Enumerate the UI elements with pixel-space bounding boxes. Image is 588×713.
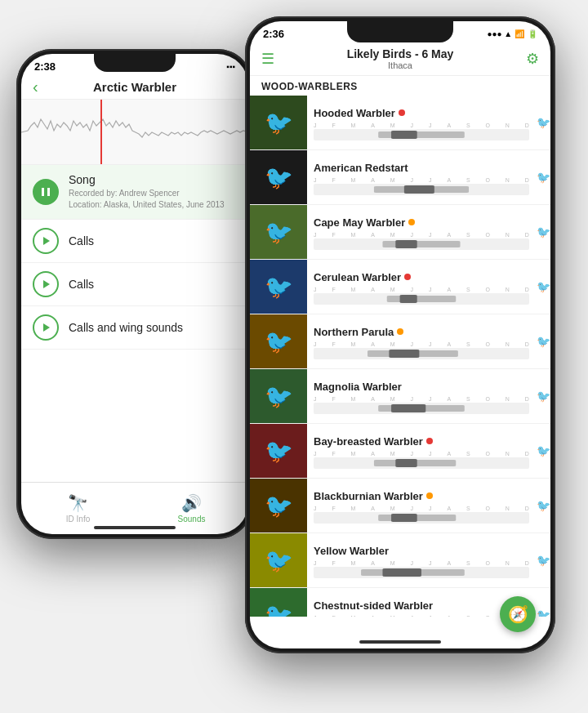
bird-row[interactable]: 🐦 American Redstart JFMAMJJASOND 🐦: [250, 150, 550, 205]
freq-bar-bg: [314, 403, 529, 414]
month-labels: JFMAMJJASOND: [314, 341, 529, 347]
phone-likely-birds: 2:36 ●●● ▲ 📶 🔋 ☰ Likely Birds - 6 May It…: [245, 16, 555, 653]
tab-id-info-label: ID Info: [66, 515, 90, 524]
svg-rect-14: [389, 350, 419, 358]
bird-row[interactable]: 🐦 Yellow Warbler JFMAMJJASOND 🐦: [250, 533, 550, 588]
scroll-indicator: 🐦: [536, 260, 550, 314]
bird-info: Cape May Warbler JFMAMJJASOND: [307, 205, 536, 259]
notch: [94, 54, 176, 72]
svg-rect-16: [391, 404, 425, 412]
freq-svg: [314, 567, 529, 578]
compass-fab[interactable]: 🧭: [500, 596, 536, 632]
frequency-bar: JFMAMJJASOND: [314, 615, 529, 617]
bird-row[interactable]: 🐦 Bay-breasted Warbler JFMAMJJASOND 🐦: [250, 424, 550, 479]
scene: 2:38 ▪▪▪ ‹ Arctic Warbler: [0, 0, 588, 713]
freq-svg: [314, 457, 529, 469]
bird-name-row: Blackburnian Warbler: [314, 490, 529, 502]
sound-item-calls2[interactable]: Calls: [21, 263, 248, 306]
tab-sounds[interactable]: 🔊 Sounds: [135, 493, 248, 524]
bird-image: 🐦: [250, 205, 307, 259]
freq-bar-bg: [314, 238, 529, 250]
scroll-indicator: 🐦: [536, 424, 550, 478]
freq-svg: [314, 348, 529, 359]
tab-id-info[interactable]: 🔭 ID Info: [21, 493, 135, 524]
status-dot: [408, 219, 415, 225]
scroll-indicator: 🐦: [536, 314, 550, 368]
month-labels: JFMAMJJASOND: [314, 123, 529, 128]
bird-scroll-icon: 🐦: [537, 444, 550, 457]
freq-svg: [314, 129, 529, 140]
month-labels: JFMAMJJASOND: [314, 287, 529, 292]
month-labels: JFMAMJJASOND: [314, 506, 529, 511]
frequency-bar: JFMAMJJASOND: [314, 451, 529, 469]
freq-bar-bg: [314, 129, 529, 140]
sound-item-calls-wing[interactable]: Calls and wing sounds: [21, 306, 248, 350]
bird-name-row: Chestnut-sided Warbler: [314, 599, 529, 612]
bird-scroll-icon: 🐦: [537, 335, 550, 348]
p2-header-center: Likely Birds - 6 May Ithaca: [274, 47, 526, 70]
bird-info: Bay-breasted Warbler JFMAMJJASOND: [307, 424, 536, 478]
sound-item-song[interactable]: Song Recorded by: Andrew Spencer Locatio…: [21, 165, 248, 220]
scroll-indicator: 🐦: [536, 150, 550, 204]
svg-rect-20: [391, 514, 417, 522]
frequency-bar: JFMAMJJASOND: [314, 506, 529, 524]
bird-thumbnail: 🐦: [250, 369, 307, 423]
back-button[interactable]: ‹: [33, 78, 38, 96]
binoculars-icon: 🔭: [68, 493, 88, 513]
play-button-calls-wing[interactable]: [33, 314, 59, 341]
sound-item-calls1[interactable]: Calls: [21, 220, 248, 263]
p2-header: ☰ Likely Birds - 6 May Ithaca ⚙: [250, 44, 550, 76]
status-icons-1: ▪▪▪: [226, 62, 235, 71]
p1-header: ‹ Arctic Warbler: [21, 77, 248, 100]
bird-thumbnail: 🐦: [250, 150, 307, 204]
svg-rect-11: [387, 296, 456, 302]
calls1-info: Calls: [69, 234, 237, 247]
bird-row[interactable]: 🐦 Blackburnian Warbler JFMAMJJASOND 🐦: [250, 479, 550, 533]
bird-list[interactable]: 🐦 Hooded Warbler JFMAMJJASOND 🐦 🐦: [250, 96, 550, 617]
bird-scroll-icon: 🐦: [537, 171, 550, 184]
calls2-label: Calls: [69, 278, 237, 291]
play-button-calls1[interactable]: [33, 228, 59, 254]
bird-scroll-icon: 🐦: [537, 554, 550, 567]
freq-bar-bg: [314, 293, 529, 305]
bird-image: 🐦: [250, 260, 307, 314]
bird-scroll-icon: 🐦: [537, 608, 550, 617]
bird-name-row: American Redstart: [314, 162, 529, 174]
bird-image: 🐦: [250, 96, 307, 149]
bird-image: 🐦: [250, 588, 307, 617]
bird-row[interactable]: 🐦 Cape May Warbler JFMAMJJASOND 🐦: [250, 205, 550, 260]
freq-svg: [314, 293, 529, 305]
play-button-calls2[interactable]: [33, 271, 59, 297]
p1-title: Arctic Warbler: [93, 80, 176, 94]
bird-row[interactable]: 🐦 Cerulean Warbler JFMAMJJASOND 🐦: [250, 260, 550, 314]
status-dot: [404, 274, 411, 280]
frequency-bar: JFMAMJJASOND: [314, 287, 529, 305]
notch-2: [347, 21, 453, 42]
bird-name: American Redstart: [314, 162, 408, 174]
bird-row[interactable]: 🐦 Magnolia Warbler JFMAMJJASOND 🐦: [250, 369, 550, 424]
wifi-icon: ●●● ▲ 📶: [487, 29, 524, 38]
bird-row[interactable]: 🐦 Northern Parula JFMAMJJASOND 🐦: [250, 314, 550, 369]
calls2-info: Calls: [69, 278, 237, 291]
speaker-icon: 🔊: [181, 493, 202, 513]
scroll-indicator: 🐦: [536, 205, 550, 259]
waveform-area[interactable]: [21, 100, 248, 165]
song-label: Song: [69, 173, 237, 186]
bird-row[interactable]: 🐦 Hooded Warbler JFMAMJJASOND 🐦: [250, 96, 550, 150]
section-header: WOOD-WARBLERS: [250, 76, 550, 96]
bird-name: Cerulean Warbler: [314, 271, 401, 283]
freq-bar-bg: [314, 184, 529, 195]
calls1-label: Calls: [69, 234, 237, 247]
p2-subtitle: Ithaca: [274, 60, 526, 70]
bird-info: Northern Parula JFMAMJJASOND: [307, 314, 536, 368]
bird-scroll-icon: 🐦: [537, 116, 550, 129]
freq-svg: [314, 184, 529, 195]
bird-name-row: Bay-breasted Warbler: [314, 435, 529, 448]
bird-name: Northern Parula: [314, 326, 394, 338]
pause-button[interactable]: [33, 179, 59, 205]
bird-name: Blackburnian Warbler: [314, 490, 423, 502]
bird-scroll-icon: 🐦: [537, 390, 550, 403]
hamburger-menu[interactable]: ☰: [261, 50, 274, 68]
filter-icon[interactable]: ⚙: [526, 50, 539, 68]
svg-rect-6: [391, 131, 417, 139]
